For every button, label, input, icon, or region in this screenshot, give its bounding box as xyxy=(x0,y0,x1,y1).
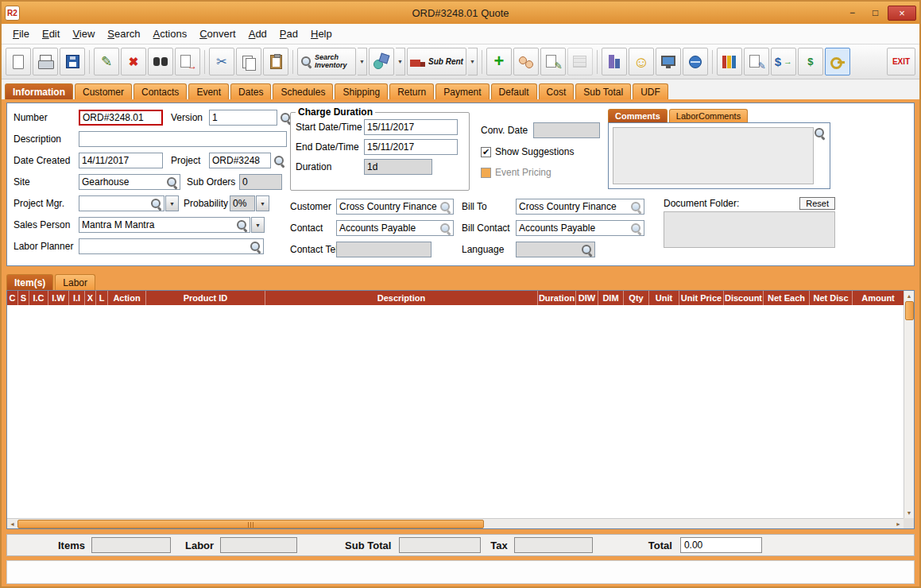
sub-rent-dropdown[interactable]: ▼ xyxy=(468,48,478,75)
items-table-body[interactable] xyxy=(7,305,904,528)
vertical-scroll-thumb[interactable] xyxy=(905,301,914,320)
version-input[interactable] xyxy=(209,110,277,126)
find-button[interactable] xyxy=(148,48,173,75)
cut-button[interactable]: ✂ xyxy=(209,48,234,75)
labor-planner-field[interactable] xyxy=(79,238,264,254)
contact-lookup-icon[interactable] xyxy=(439,222,451,234)
tab-payment[interactable]: Payment xyxy=(435,83,489,99)
contact-tel-input[interactable] xyxy=(336,242,431,257)
shapes-dropdown[interactable]: ▼ xyxy=(396,48,405,75)
tab-sub-total[interactable]: Sub Total xyxy=(575,83,631,99)
tab-event[interactable]: Event xyxy=(188,83,229,99)
description-input[interactable] xyxy=(79,131,287,147)
language-field[interactable] xyxy=(516,242,595,257)
contacts-button[interactable] xyxy=(513,48,539,75)
menu-add[interactable]: Add xyxy=(242,25,273,42)
search-inventory-button[interactable]: Search Inventory xyxy=(297,48,356,75)
project-mgr-field[interactable] xyxy=(79,195,164,211)
tab-information[interactable]: Information xyxy=(5,83,73,99)
grid-button[interactable] xyxy=(567,48,593,75)
comments-lookup-icon[interactable] xyxy=(814,127,826,139)
customer-lookup-icon[interactable] xyxy=(439,201,451,213)
project-mgr-dropdown[interactable]: ▼ xyxy=(165,195,179,211)
tab-contacts[interactable]: Contacts xyxy=(134,83,187,99)
menu-help[interactable]: Help xyxy=(304,25,339,42)
notes-button[interactable]: ✎ xyxy=(540,48,566,75)
language-lookup-icon[interactable] xyxy=(581,244,593,256)
tab-labor-comments[interactable]: LaborComments xyxy=(669,109,748,122)
feedback-button[interactable]: ☺ xyxy=(629,48,654,75)
tab-schedules[interactable]: Schedules xyxy=(273,83,333,99)
sales-person-input[interactable] xyxy=(81,219,236,230)
project-input[interactable] xyxy=(209,153,271,168)
horizontal-scroll-thumb[interactable] xyxy=(17,520,484,528)
tab-cost[interactable]: Cost xyxy=(539,83,575,99)
menu-edit[interactable]: Edit xyxy=(36,25,66,42)
contact-input[interactable] xyxy=(339,222,439,234)
site-lookup-icon[interactable] xyxy=(166,176,178,188)
site-input[interactable] xyxy=(81,176,166,188)
scroll-left-icon[interactable]: ◄ xyxy=(7,521,17,527)
print-button[interactable] xyxy=(33,48,58,75)
web-button[interactable] xyxy=(683,48,708,75)
tab-dates[interactable]: Dates xyxy=(230,83,271,99)
scroll-up-icon[interactable]: ▲ xyxy=(907,291,912,301)
customer-field[interactable] xyxy=(336,199,454,215)
sales-person-lookup-icon[interactable] xyxy=(236,219,248,231)
tab-default[interactable]: Default xyxy=(491,83,537,99)
scroll-down-icon[interactable]: ▼ xyxy=(907,508,912,518)
menu-file[interactable]: File xyxy=(6,25,36,42)
minimize-button[interactable]: − xyxy=(842,6,863,21)
contact-field[interactable] xyxy=(336,220,454,236)
labor-planner-input[interactable] xyxy=(81,241,250,252)
currency-convert-button[interactable]: $→ xyxy=(771,48,796,75)
tab-udf[interactable]: UDF xyxy=(633,83,668,99)
vertical-scrollbar[interactable]: ▲ ▼ xyxy=(904,291,914,518)
edit-button[interactable]: ✎ xyxy=(94,48,119,75)
comments-textarea[interactable] xyxy=(613,127,814,184)
new-document-button[interactable] xyxy=(6,48,31,75)
menu-convert[interactable]: Convert xyxy=(193,25,242,42)
probability-dropdown[interactable]: ▼ xyxy=(256,195,269,211)
menu-pad[interactable]: Pad xyxy=(273,25,304,42)
project-mgr-lookup-icon[interactable] xyxy=(150,198,162,210)
menu-actions[interactable]: Actions xyxy=(147,25,194,42)
sales-person-dropdown[interactable]: ▼ xyxy=(251,217,265,233)
scroll-right-icon[interactable]: ► xyxy=(893,521,904,527)
document-folder-area[interactable] xyxy=(664,211,835,248)
customer-input[interactable] xyxy=(339,201,439,212)
probability-input[interactable] xyxy=(230,195,255,211)
edit-document-button[interactable]: ✎ xyxy=(744,48,769,75)
add-item-button[interactable]: + xyxy=(486,48,512,75)
site-field[interactable] xyxy=(79,174,180,190)
event-pricing-checkbox[interactable] xyxy=(481,168,491,178)
tab-comments[interactable]: Comments xyxy=(608,109,668,122)
monitor-button[interactable] xyxy=(656,48,681,75)
sales-person-field[interactable] xyxy=(79,217,250,233)
money-button[interactable]: $ xyxy=(798,48,823,75)
project-mgr-input[interactable] xyxy=(81,198,150,209)
show-suggestions-checkbox[interactable]: ✔ xyxy=(481,147,491,157)
reset-button[interactable]: Reset xyxy=(799,197,835,210)
end-date-input[interactable] xyxy=(364,139,458,155)
menu-search[interactable]: Search xyxy=(101,25,146,42)
close-button[interactable]: × xyxy=(888,6,916,21)
site-button[interactable] xyxy=(602,48,627,75)
shapes-button[interactable] xyxy=(369,48,394,75)
number-input[interactable] xyxy=(79,110,163,126)
tab-return[interactable]: Return xyxy=(389,83,434,99)
tab-shipping[interactable]: Shipping xyxy=(335,83,388,99)
date-created-input[interactable] xyxy=(79,153,163,168)
labor-planner-lookup-icon[interactable] xyxy=(250,241,261,253)
tab-items[interactable]: Item(s) xyxy=(6,274,53,290)
delete-button[interactable]: ✖ xyxy=(121,48,146,75)
search-inventory-dropdown[interactable]: ▼ xyxy=(358,48,367,75)
exit-button[interactable]: EXIT xyxy=(887,48,915,75)
save-button[interactable] xyxy=(60,48,85,75)
project-lookup-icon[interactable] xyxy=(273,155,285,167)
tab-customer[interactable]: Customer xyxy=(75,83,132,99)
tools-button[interactable] xyxy=(825,48,850,75)
tab-labor[interactable]: Labor xyxy=(55,274,95,290)
export-button[interactable]: → xyxy=(175,48,200,75)
menu-view[interactable]: View xyxy=(66,25,101,42)
